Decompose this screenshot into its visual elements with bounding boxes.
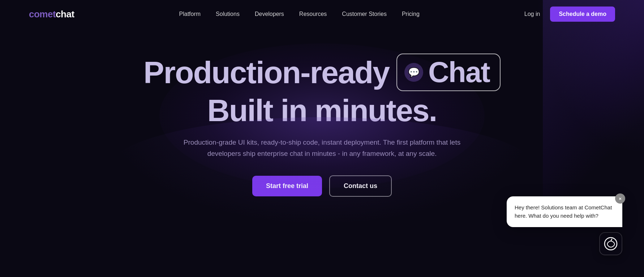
nav-item-resources[interactable]: Resources [299,11,327,17]
nav-link-developers[interactable]: Developers [255,11,284,17]
nav-item-pricing[interactable]: Pricing [402,11,420,17]
chat-badge-text: Chat [428,58,490,87]
svg-point-0 [605,238,617,250]
chat-widget: Hey there! Solutions team at CometChat h… [507,196,622,255]
hero-headline-row1: Production-ready 💬 Chat [14,54,630,91]
hero-subtext: Production-grade UI kits, ready-to-ship … [174,137,470,159]
navbar: cometchat Platform Solutions Developers … [0,0,644,28]
contact-us-button[interactable]: Contact us [329,175,392,197]
nav-link-resources[interactable]: Resources [299,11,327,17]
chat-badge: 💬 Chat [396,54,501,91]
chat-icon-button[interactable] [599,232,622,255]
hero-buttons: Start free trial Contact us [14,175,630,197]
hero-section: Production-ready 💬 Chat Built in minutes… [0,28,644,197]
svg-line-1 [611,239,612,240]
logo-bold: chat [56,9,74,20]
hero-line1-text: Production-ready [143,57,389,88]
logo-light: comet [29,9,56,20]
cometchat-logo-icon [604,237,618,251]
chat-bubble-icon: 💬 [408,67,420,78]
nav-link-pricing[interactable]: Pricing [402,11,420,17]
chat-close-button[interactable]: × [615,193,625,204]
schedule-demo-button[interactable]: Schedule a demo [550,7,615,22]
hero-arc [105,117,539,226]
nav-item-solutions[interactable]: Solutions [216,11,240,17]
nav-item-platform[interactable]: Platform [179,11,201,17]
chat-bubble-text: Hey there! Solutions team at CometChat h… [515,204,614,220]
hero-line2-text: Built in minutes. [14,95,630,126]
nav-right: Log in Schedule a demo [524,7,615,22]
logo[interactable]: cometchat [29,9,74,20]
chat-badge-icon: 💬 [404,63,423,82]
chat-icon-inner [604,236,618,251]
nav-item-developers[interactable]: Developers [255,11,284,17]
nav-links: Platform Solutions Developers Resources … [179,11,420,17]
chat-bubble: Hey there! Solutions team at CometChat h… [507,196,622,227]
start-trial-button[interactable]: Start free trial [252,176,322,196]
nav-item-customer-stories[interactable]: Customer Stories [342,11,387,17]
nav-link-customer-stories[interactable]: Customer Stories [342,11,387,17]
login-link[interactable]: Log in [524,11,540,17]
nav-link-platform[interactable]: Platform [179,11,201,17]
nav-link-solutions[interactable]: Solutions [216,11,240,17]
chat-bubble-container: Hey there! Solutions team at CometChat h… [507,196,622,227]
